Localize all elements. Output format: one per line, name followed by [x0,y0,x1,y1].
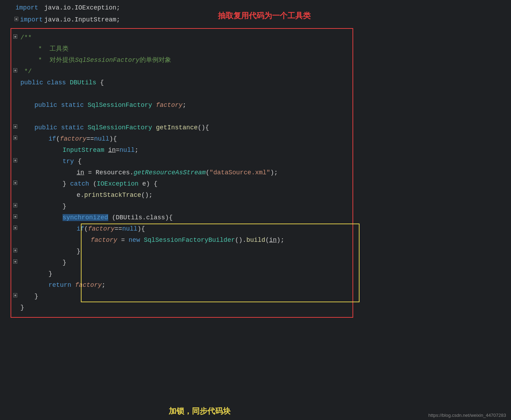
fold-icon-11: 🞕 [11,247,19,255]
code-resources-line: in = Resources.getResourceAsStream("data… [11,167,352,179]
code-class-decl: public class DBUtils { [11,77,352,89]
code-return: return factory; [11,280,352,291]
code-comment-util: * 工具类 [11,44,352,55]
fold-icon-3: 🞕 [11,67,19,75]
fold-icon-9: 🞕 [11,213,19,221]
fold-icon-6: 🞕 [11,157,19,165]
fold-icon-10: 🞕 [11,225,19,233]
code-close-if1: } [11,269,352,280]
fold-icon-4: 🞕 [11,123,19,131]
fold-icon-8: 🞕 [11,202,19,210]
code-catch: 🞕 } catch (IOException e) { [11,179,352,190]
code-blank-2 [11,111,352,122]
code-area: 🞕 /** * 工具类 * 对外提供SqlSessionFactory的单例对象… [11,29,352,317]
annotation-bottom: 加锁，同步代码块 [169,406,231,416]
code-comment-desc: * 对外提供SqlSessionFactory的单例对象 [11,55,352,66]
code-try: 🞕 try { [11,156,352,167]
fold-icon-7: 🞕 [11,180,19,188]
code-inputstream: InputStream in=null; [11,145,352,156]
code-if1: 🞕 if(factory==null){ [11,134,352,145]
code-comment-close: 🞕 */ [11,66,352,77]
import-line-2: 🞕 import java.io.InputStream; [14,14,124,25]
code-factory-assign: factory = new SqlSessionFactoryBuilder()… [11,235,352,246]
main-code-box: 🞕 /** * 工具类 * 对外提供SqlSessionFactory的单例对象… [11,28,353,318]
code-field: public static SqlSessionFactory factory; [11,100,352,111]
watermark: https://blog.csdn.net/weixin_44707283 [428,413,506,418]
code-comment-open: 🞕 /** [11,32,352,44]
code-close-catch: 🞕 } [11,201,352,212]
code-synchronized: 🞕 synchronized (DBUtils.class){ [11,212,352,224]
code-if2: 🞕 if(factory==null){ [11,224,352,235]
code-blank-1 [11,89,352,100]
top-imports: import java.io.IOException; 🞕 import jav… [0,0,124,28]
import-line-1: import java.io.IOException; [7,3,124,14]
code-close-sync: 🞕 } [11,257,352,269]
code-close-class: } [11,302,352,314]
fold-icon-1: 🞕 [11,33,19,41]
fold-icon-5: 🞕 [11,135,19,143]
fold-icon-13: 🞕 [11,292,19,300]
code-close-if2: 🞕 } [11,246,352,257]
code-method-sig: 🞕 public static SqlSessionFactory getIns… [11,122,352,134]
code-printstacktrace: e.printStackTrace(); [11,190,352,201]
code-close-method: 🞕 } [11,291,352,302]
annotation-top: 抽取复用代码为一个工具类 [218,11,311,21]
fold-icon-12: 🞕 [11,258,19,266]
